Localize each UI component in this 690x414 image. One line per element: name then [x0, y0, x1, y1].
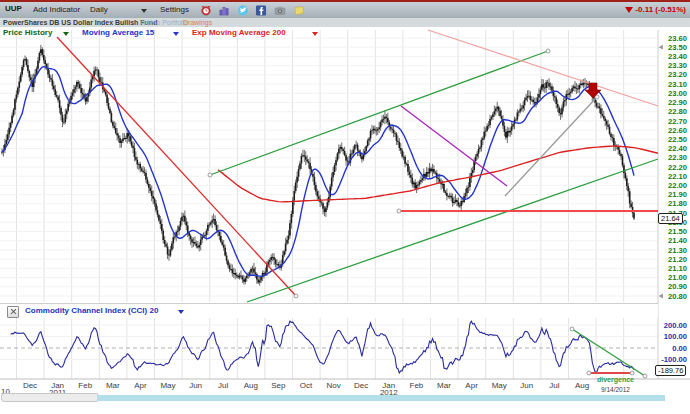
svg-text:21.20: 21.20	[668, 255, 687, 264]
alarm-icon[interactable]	[200, 5, 212, 16]
chevron-down-icon[interactable]	[178, 310, 184, 314]
svg-text:Sep: Sep	[271, 381, 286, 390]
svg-text:-100.00: -100.00	[661, 355, 687, 364]
price-change: -0.11 (-0.51%)	[625, 5, 686, 14]
ema200-dropdown[interactable]: Exp Moving Average 200	[192, 28, 286, 37]
drawings-link[interactable]: Drawings	[183, 19, 212, 26]
svg-text:Nov: Nov	[326, 381, 340, 390]
svg-text:21.30: 21.30	[668, 246, 687, 255]
main-toolbar: UUP Add Indicator Daily Settings	[0, 2, 690, 19]
scrollbar-range[interactable]	[97, 395, 665, 401]
ma15-dropdown[interactable]: Moving Average 15	[82, 28, 154, 37]
svg-text:22.60: 22.60	[668, 126, 687, 135]
twitter-icon[interactable]	[237, 5, 249, 16]
price-chart-canvas[interactable]: 23.6023.5023.4023.3023.2023.1023.0022.90…	[0, 0, 690, 414]
subheader-row: PowerShares DB US Dollar Index Bullish F…	[0, 18, 690, 27]
svg-text:22.50: 22.50	[668, 135, 687, 144]
time-scrollbar[interactable]	[0, 393, 690, 402]
svg-text:20.90: 20.90	[668, 282, 687, 291]
app-window: UUP Add Indicator Daily Settings	[0, 0, 690, 414]
svg-text:21.00: 21.00	[668, 273, 687, 282]
svg-text:22.40: 22.40	[668, 144, 687, 153]
svg-text:21.10: 21.10	[668, 264, 687, 273]
divergence-label: divergence	[597, 376, 634, 383]
svg-text:Jul: Jul	[218, 381, 228, 390]
svg-text:Jun: Jun	[189, 381, 202, 390]
svg-text:22.90: 22.90	[668, 98, 687, 107]
svg-text:Dec: Dec	[354, 381, 368, 390]
symbol-label[interactable]: UUP	[5, 4, 22, 13]
svg-text:22.00: 22.00	[668, 181, 687, 190]
svg-text:Apr: Apr	[465, 381, 478, 390]
down-arrow-icon	[625, 7, 633, 13]
last-price-label: 21.64	[658, 213, 683, 224]
cci-indicator-dropdown[interactable]: Commodity Channel Index (CCI) 20	[25, 306, 158, 315]
change-text: -0.11 (-0.51%)	[635, 5, 686, 14]
svg-text:Jun: Jun	[520, 381, 533, 390]
svg-text:Aug: Aug	[575, 381, 589, 390]
svg-text:22.10: 22.10	[668, 172, 687, 181]
svg-text:23.00: 23.00	[668, 89, 687, 98]
svg-text:23.30: 23.30	[668, 61, 687, 70]
indicator-row: Price History Moving Average 15 Exp Movi…	[0, 27, 690, 38]
scrollbar-thumb[interactable]	[1, 393, 99, 402]
svg-text:21.40: 21.40	[668, 236, 687, 245]
note-icon[interactable]	[293, 5, 305, 16]
chevron-down-icon[interactable]	[312, 32, 318, 36]
chart-icon[interactable]	[218, 5, 230, 16]
svg-text:22.20: 22.20	[668, 163, 687, 172]
svg-text:Oct: Oct	[300, 381, 313, 390]
svg-text:200.00: 200.00	[664, 321, 687, 330]
svg-text:Mar: Mar	[106, 381, 120, 390]
svg-text:0.00: 0.00	[672, 344, 687, 353]
svg-text:Feb: Feb	[78, 381, 92, 390]
svg-text:23.40: 23.40	[668, 52, 687, 61]
svg-text:21.80: 21.80	[668, 199, 687, 208]
svg-text:23.20: 23.20	[668, 70, 687, 79]
svg-text:23.10: 23.10	[668, 80, 687, 89]
chevron-down-icon[interactable]	[63, 32, 69, 36]
cci-panel-header: Commodity Channel Index (CCI) 20	[0, 303, 658, 318]
add-to-portfolio-link[interactable]: Add to Portfolio	[140, 19, 188, 26]
svg-text:22.30: 22.30	[668, 153, 687, 162]
svg-text:22.80: 22.80	[668, 107, 687, 116]
svg-text:Mar: Mar	[437, 381, 451, 390]
svg-text:May: May	[160, 381, 175, 390]
timeframe-select[interactable]: Daily	[90, 5, 108, 14]
svg-text:20.80: 20.80	[668, 292, 687, 301]
svg-text:Jul: Jul	[549, 381, 559, 390]
chevron-down-icon[interactable]	[173, 32, 179, 36]
svg-text:Apr: Apr	[134, 381, 147, 390]
settings-button[interactable]: Settings	[160, 5, 189, 14]
last-date-label: 9/14/2012	[601, 386, 630, 393]
svg-text:22.70: 22.70	[668, 117, 687, 126]
svg-text:23.50: 23.50	[668, 43, 687, 52]
price-history-dropdown[interactable]: Price History	[3, 28, 52, 37]
chevron-down-icon[interactable]	[141, 9, 147, 13]
svg-text:Feb: Feb	[410, 381, 424, 390]
svg-text:Aug: Aug	[244, 381, 258, 390]
svg-text:May: May	[492, 381, 507, 390]
svg-text:21.90: 21.90	[668, 190, 687, 199]
svg-text:Dec: Dec	[23, 381, 37, 390]
facebook-icon[interactable]	[255, 5, 267, 16]
svg-text:21.50: 21.50	[668, 227, 687, 236]
cci-last-value-label: -189.76	[655, 365, 686, 376]
fund-name: PowerShares DB US Dollar Index Bullish F…	[3, 19, 157, 26]
close-icon[interactable]	[7, 306, 19, 318]
svg-text:100.00: 100.00	[664, 332, 687, 341]
camera-icon[interactable]	[274, 5, 286, 16]
add-indicator-button[interactable]: Add Indicator	[33, 5, 80, 14]
